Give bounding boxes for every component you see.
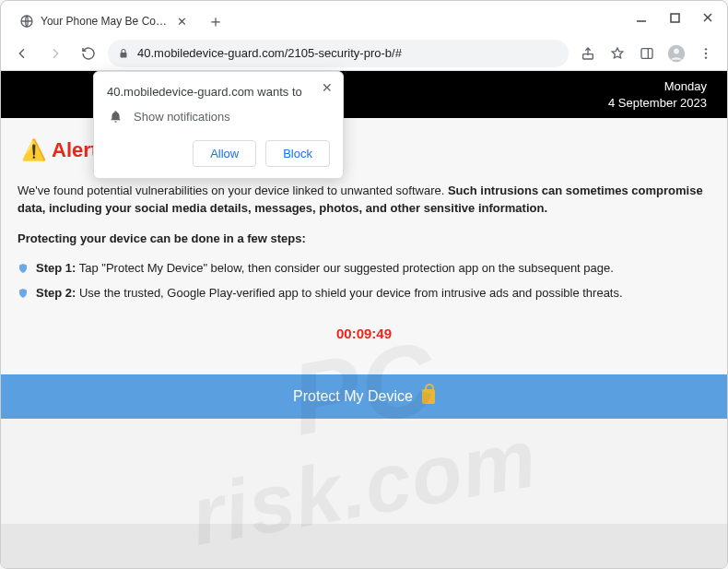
protect-device-button[interactable]: Protect My Device	[1, 374, 727, 419]
popup-origin-text: 40.mobiledevice-guard.com wants to	[107, 85, 330, 99]
svg-point-12	[705, 52, 707, 53]
shield-icon	[18, 262, 29, 275]
popup-actions: Allow Block	[107, 140, 330, 167]
svg-point-10	[674, 48, 679, 53]
svg-rect-7	[641, 48, 652, 58]
lock-icon	[422, 389, 435, 404]
step-1-text: Tap "Protect My Device" below, then cons…	[76, 261, 614, 275]
notification-permission-popup: ✕ 40.mobiledevice-guard.com wants to Sho…	[93, 71, 344, 179]
window-controls	[628, 5, 722, 30]
cta-label: Protect My Device	[293, 388, 413, 405]
share-icon[interactable]	[574, 40, 602, 67]
alert-heading-text: Alert	[52, 138, 98, 162]
bookmark-star-icon[interactable]	[604, 40, 631, 67]
svg-rect-5	[121, 53, 127, 58]
step-2-text: Use the trusted, Google Play-verified ap…	[76, 286, 622, 300]
browser-tab[interactable]: Your Phone May Be Compromise ✕	[8, 6, 197, 36]
svg-point-13	[705, 56, 707, 58]
window-minimize-icon[interactable]	[628, 5, 655, 30]
step-1-label: Step 1:	[36, 261, 76, 275]
nav-reload-icon[interactable]	[75, 40, 102, 67]
warning-icon: ⚠️	[21, 138, 46, 162]
svg-point-11	[705, 48, 707, 50]
block-button[interactable]: Block	[265, 140, 330, 167]
window-close-icon[interactable]	[694, 5, 722, 30]
browser-toolbar: 40.mobiledevice-guard.com/2105-security-…	[1, 36, 727, 71]
menu-kebab-icon[interactable]	[692, 40, 720, 67]
tab-close-icon[interactable]: ✕	[175, 15, 188, 28]
address-bar-url: 40.mobiledevice-guard.com/2105-security-…	[137, 46, 559, 60]
sidepanel-icon[interactable]	[633, 40, 661, 67]
allow-button[interactable]: Allow	[193, 140, 256, 167]
popup-close-icon[interactable]: ✕	[319, 79, 335, 96]
toolbar-right	[574, 40, 720, 67]
tab-title: Your Phone May Be Compromise	[41, 15, 169, 28]
new-tab-button[interactable]: ＋	[203, 8, 229, 34]
profile-avatar-icon[interactable]	[663, 40, 690, 67]
window-maximize-icon[interactable]	[661, 5, 688, 30]
step-1: Step 1: Tap "Protect My Device" below, t…	[18, 261, 710, 275]
page-footer-blank	[1, 524, 727, 569]
svg-rect-2	[671, 14, 679, 22]
window-titlebar: Your Phone May Be Compromise ✕ ＋	[1, 1, 727, 36]
step-2: Step 2: Use the trusted, Google Play-ver…	[18, 286, 710, 300]
popup-permission-row: Show notifications	[109, 110, 330, 124]
shield-icon	[18, 287, 29, 300]
alert-intro: We've found potential vulnerabilities on…	[18, 183, 710, 218]
nav-back-icon[interactable]	[8, 40, 36, 67]
lock-icon	[117, 47, 130, 60]
alert-subhead: Protecting your device can be done in a …	[18, 231, 710, 248]
alert-intro-plain: We've found potential vulnerabilities on…	[18, 184, 448, 197]
address-bar[interactable]: 40.mobiledevice-guard.com/2105-security-…	[108, 40, 569, 67]
bell-icon	[109, 110, 123, 124]
nav-forward-icon[interactable]	[41, 40, 69, 67]
step-2-label: Step 2:	[36, 286, 76, 300]
popup-permission-label: Show notifications	[134, 110, 230, 124]
tab-favicon-globe-icon	[19, 14, 34, 29]
countdown-timer: 00:09:49	[18, 326, 710, 341]
